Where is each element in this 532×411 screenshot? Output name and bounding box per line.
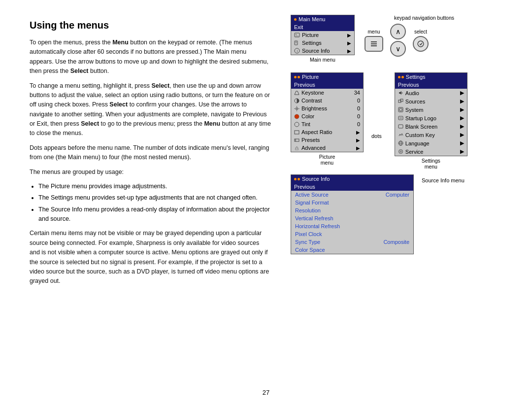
page-number: 27	[263, 389, 269, 396]
source-info-row: Source Info Previous Active Source Compu…	[291, 174, 517, 256]
svg-rect-30	[399, 125, 403, 128]
settings-custom-key[interactable]: Custom Key ▶	[395, 131, 467, 139]
svg-text:i: i	[297, 49, 298, 53]
svg-point-34	[399, 150, 402, 154]
picture-icon	[294, 32, 300, 38]
picture-dots	[294, 76, 300, 78]
main-menu-picture[interactable]: Picture ▶	[291, 31, 354, 39]
advanced-icon	[294, 145, 299, 151]
source-vertical-refresh[interactable]: Vertical Refresh	[291, 214, 413, 222]
main-menu-sourceinfo[interactable]: i Source Info ▶	[291, 47, 354, 55]
svg-rect-26	[399, 107, 403, 112]
main-menu-exit[interactable]: Exit	[291, 23, 354, 31]
tint-icon	[294, 122, 299, 127]
settings-previous[interactable]: Previous	[395, 81, 467, 89]
picture-keystone[interactable]: Keystone 34	[291, 89, 363, 97]
up-button[interactable]: ∧	[390, 24, 406, 39]
select-button[interactable]	[413, 36, 429, 52]
source-info-menu-label: Source Info menu	[422, 177, 465, 183]
settings-service[interactable]: Service ▶	[395, 147, 467, 156]
settings-sources[interactable]: Sources ▶	[395, 97, 467, 105]
main-menu-settings[interactable]: Settings ▶	[291, 39, 354, 47]
startup-logo-icon	[398, 115, 403, 121]
picture-tint[interactable]: Tint 0	[291, 120, 363, 128]
picture-menu-title: Picture	[291, 73, 363, 81]
picture-arrow: ▶	[347, 33, 351, 38]
picture-aspect[interactable]: Aspect Ratio ▶	[291, 128, 363, 136]
bullet-1: The Picture menu provides image adjustme…	[38, 182, 271, 191]
keypad-nav-label: keypad navigation buttons	[394, 15, 454, 21]
main-menu-caption: Main menu	[310, 57, 335, 63]
svg-rect-27	[399, 108, 402, 111]
svg-rect-21	[295, 139, 299, 141]
settings-blank-screen[interactable]: Blank Screen ▶	[395, 122, 467, 131]
svg-marker-23	[399, 91, 401, 95]
language-icon	[398, 140, 403, 146]
svg-point-19	[295, 122, 299, 127]
picture-menu-box: Picture Previous Keystone 34 Contrast	[291, 72, 364, 152]
source-sync-type[interactable]: Sync Type Composite	[291, 238, 413, 246]
keystone-icon	[294, 90, 299, 96]
aspect-icon	[294, 130, 299, 135]
menu-button[interactable]	[365, 36, 383, 52]
contrast-icon	[294, 98, 299, 103]
custom-key-icon	[398, 132, 403, 137]
source-color-space[interactable]: Color Space	[291, 246, 413, 254]
dots-label: dots	[371, 133, 382, 139]
keypad-controls: menu ∧ ∨	[365, 24, 429, 57]
paragraph-4: The menus are grouped by usage:	[30, 168, 271, 177]
settings-arrow: ▶	[347, 40, 351, 46]
source-resolution[interactable]: Resolution	[291, 206, 413, 214]
down-button[interactable]: ∨	[390, 41, 406, 57]
main-menu-title-text: Main Menu	[299, 16, 325, 22]
picture-presets[interactable]: Presets ▶	[291, 136, 363, 144]
source-info-previous[interactable]: Previous	[291, 183, 413, 191]
source-pixel-clock[interactable]: Pixel Clock	[291, 230, 413, 238]
main-menu-row: Main Menu Exit Picture ▶ Settings	[291, 15, 517, 63]
source-active-source[interactable]: Active Source Computer	[291, 191, 413, 199]
paragraph-3: Dots appears before the menu name. The n…	[30, 143, 271, 163]
settings-menu-title-text: Settings	[406, 74, 426, 80]
nav-arrows: ∧ ∨	[390, 24, 406, 57]
color-icon	[294, 114, 299, 119]
picture-menu-title-text: Picture	[302, 74, 319, 80]
paragraph-5: Certain menu items may not be visible or…	[30, 229, 271, 286]
presets-icon	[294, 137, 299, 143]
bullet-2: The Settings menu provides set-up type a…	[38, 193, 271, 203]
svg-rect-20	[295, 131, 299, 134]
sourceinfo-arrow: ▶	[347, 48, 351, 54]
picture-contrast[interactable]: Contrast 0	[291, 97, 363, 104]
picture-color[interactable]: Color 0	[291, 112, 363, 120]
source-info-title: Source Info	[291, 175, 413, 183]
service-icon	[398, 149, 403, 154]
source-info-dots	[294, 178, 300, 180]
main-menu-title: Main Menu	[291, 15, 354, 23]
info-icon: i	[294, 48, 300, 54]
picture-previous[interactable]: Previous	[291, 81, 363, 89]
menu-label: menu	[367, 29, 380, 34]
source-info-title-text: Source Info	[302, 176, 330, 182]
settings-system[interactable]: System ▶	[395, 105, 467, 114]
select-icon	[417, 40, 425, 48]
sourceinfo-label: Source Info	[302, 48, 330, 54]
source-info-box: Source Info Previous Active Source Compu…	[291, 174, 414, 254]
settings-audio[interactable]: Audio ▶	[395, 89, 467, 97]
blank-screen-icon	[398, 124, 403, 129]
source-signal-format[interactable]: Signal Format	[291, 199, 413, 206]
page-title: Using the menus	[30, 20, 271, 31]
settings-label: Settings	[302, 40, 322, 46]
main-menu-box: Main Menu Exit Picture ▶ Settings	[291, 15, 355, 55]
audio-icon	[398, 90, 403, 96]
picture-advanced[interactable]: Advanced ▶	[291, 144, 363, 152]
dot-1	[294, 18, 297, 21]
settings-startup-logo[interactable]: Startup Logo ▶	[395, 114, 467, 122]
source-horizontal-refresh[interactable]: Horizontal Refresh	[291, 222, 413, 230]
settings-language[interactable]: Language ▶	[395, 139, 467, 147]
picture-brightness[interactable]: Brightness 0	[291, 104, 363, 112]
settings-menu-box: Settings Previous Audio ▶ Sources	[395, 72, 467, 156]
bullet-list: The Picture menu provides image adjustme…	[38, 182, 271, 224]
mid-row: Picture Previous Keystone 34 Contrast	[291, 72, 517, 170]
select-label: select	[414, 29, 427, 34]
svg-point-13	[296, 107, 298, 110]
settings-menu-caption: Settingsmenu	[422, 158, 440, 170]
